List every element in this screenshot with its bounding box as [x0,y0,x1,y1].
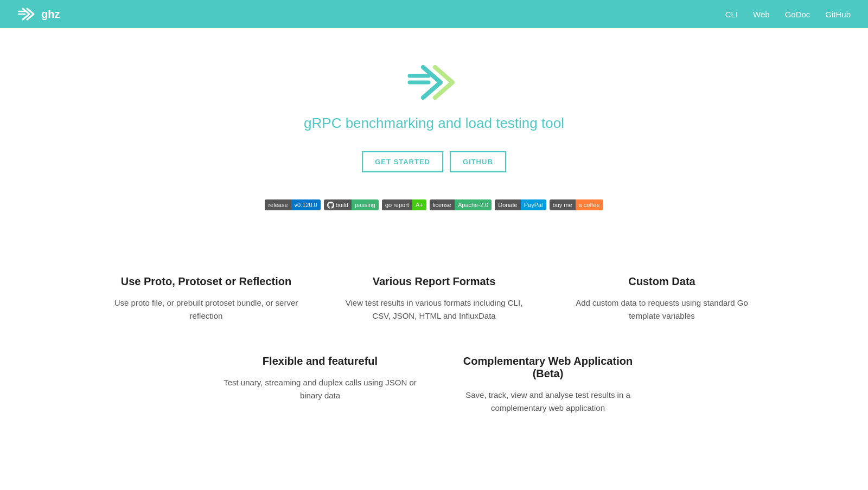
feature-proto-desc: Use proto file, or prebuilt protoset bun… [108,296,304,323]
feature-proto: Use Proto, Protoset or Reflection Use pr… [108,275,304,323]
nav-links: CLI Web GoDoc GitHub [725,10,851,19]
features-section: Use Proto, Protoset or Reflection Use pr… [0,265,868,480]
feature-reports: Various Report Formats View test results… [336,275,532,323]
badge-release-label: release [265,199,291,210]
feature-reports-title: Various Report Formats [336,275,532,288]
badge-license-label: license [430,199,455,210]
feature-custom-data: Custom Data Add custom data to requests … [564,275,760,323]
badge-donate-value: PayPal [521,199,546,210]
badge-build-value: passing [352,199,379,210]
features-row-1: Use Proto, Protoset or Reflection Use pr… [43,275,825,323]
hero-logo-icon [407,61,461,104]
coffee-badge[interactable]: buy me a coffee [550,199,603,210]
license-badge[interactable]: license Apache-2.0 [430,199,492,210]
feature-flexible-desc: Test unary, streaming and duplex calls u… [222,376,418,402]
feature-web-app: Complementary Web Application (Beta) Sav… [450,355,646,415]
navbar: ghz CLI Web GoDoc GitHub [0,0,868,28]
badge-release-value: v0.120.0 [291,199,321,210]
badge-donate-label: Donate [495,199,520,210]
feature-proto-title: Use Proto, Protoset or Reflection [108,275,304,288]
feature-custom-data-title: Custom Data [564,275,760,288]
badge-coffee-label: buy me [550,199,576,210]
nav-logo-icon [17,7,37,22]
donate-badge[interactable]: Donate PayPal [495,199,546,210]
badge-build-label: build [324,199,352,210]
hero-subtitle: gRPC benchmarking and load testing tool [304,115,564,132]
nav-link-cli[interactable]: CLI [725,10,738,19]
feature-web-app-title: Complementary Web Application (Beta) [450,355,646,380]
build-badge[interactable]: build passing [324,199,379,210]
feature-flexible: Flexible and featureful Test unary, stre… [222,355,418,415]
release-badge[interactable]: release v0.120.0 [265,199,320,210]
feature-flexible-title: Flexible and featureful [222,355,418,368]
hero-section: gRPC benchmarking and load testing tool … [0,28,868,265]
feature-reports-desc: View test results in various formats inc… [336,296,532,323]
feature-custom-data-desc: Add custom data to requests using standa… [564,296,760,323]
go-report-badge[interactable]: go report A+ [382,199,426,210]
nav-link-web[interactable]: Web [753,10,770,19]
get-started-button[interactable]: GET STARTED [362,151,443,172]
features-row-2: Flexible and featureful Test unary, stre… [43,355,825,415]
nav-logo: ghz [17,7,60,22]
github-icon [327,202,334,209]
feature-web-app-desc: Save, track, view and analyse test resul… [450,389,646,415]
badge-coffee-value: a coffee [576,199,603,210]
badge-goreport-value: A+ [412,199,426,210]
hero-buttons: GET STARTED GITHUB [362,151,506,172]
badge-goreport-label: go report [382,199,412,210]
github-hero-button[interactable]: GITHUB [450,151,506,172]
nav-link-github[interactable]: GitHub [825,10,851,19]
badges-row: release v0.120.0 build passing go report… [265,199,603,210]
nav-link-godoc[interactable]: GoDoc [785,10,810,19]
badge-license-value: Apache-2.0 [455,199,492,210]
nav-brand-name: ghz [41,8,60,21]
